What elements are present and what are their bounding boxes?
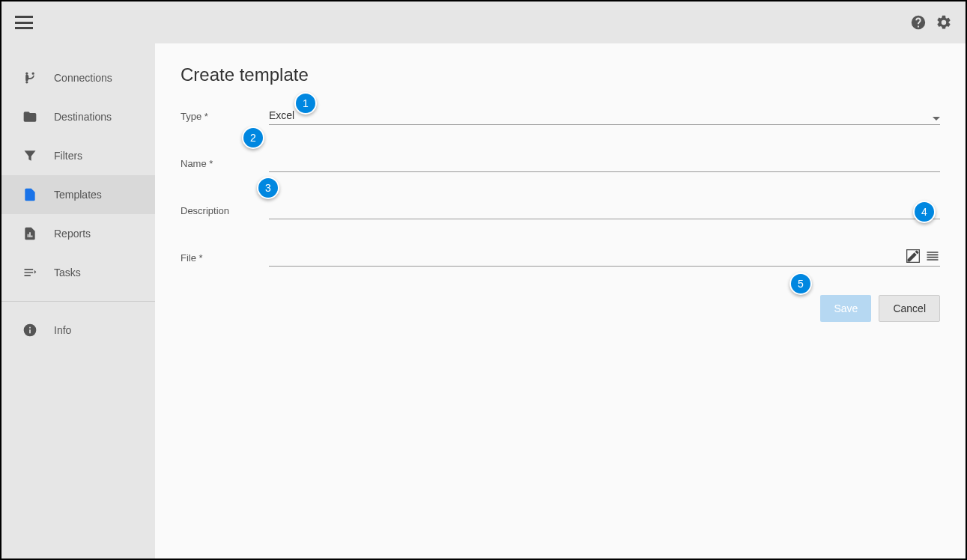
sidebar-item-info[interactable]: Info bbox=[1, 311, 155, 350]
tasks-icon bbox=[22, 265, 37, 280]
help-icon[interactable] bbox=[910, 14, 927, 31]
callout-3: 3 bbox=[257, 177, 279, 199]
sidebar-item-label: Info bbox=[54, 324, 71, 336]
edit-icon[interactable] bbox=[906, 249, 921, 264]
folder-icon bbox=[22, 109, 37, 124]
menu-icon[interactable] bbox=[15, 16, 33, 29]
name-input[interactable] bbox=[269, 153, 940, 172]
label-file: File * bbox=[181, 252, 269, 267]
sidebar-item-connections[interactable]: Connections bbox=[1, 58, 155, 97]
file-icon bbox=[22, 187, 37, 202]
form-row-type: Type * bbox=[181, 106, 940, 125]
sidebar-item-reports[interactable]: Reports bbox=[1, 214, 155, 253]
sidebar-item-label: Tasks bbox=[54, 267, 81, 279]
label-name: Name * bbox=[181, 158, 269, 172]
sidebar-item-templates[interactable]: Templates bbox=[1, 175, 155, 214]
button-row: Save Cancel bbox=[181, 295, 940, 322]
description-input[interactable] bbox=[269, 201, 940, 219]
info-icon bbox=[22, 323, 37, 338]
save-button[interactable]: Save bbox=[820, 295, 871, 322]
sidebar-item-tasks[interactable]: Tasks bbox=[1, 253, 155, 292]
chart-icon bbox=[22, 226, 37, 241]
form-row-description: Description bbox=[181, 201, 940, 219]
label-type: Type * bbox=[181, 111, 269, 125]
sidebar-item-destinations[interactable]: Destinations bbox=[1, 97, 155, 136]
sidebar-item-label: Reports bbox=[54, 228, 91, 240]
sidebar-item-label: Filters bbox=[54, 150, 82, 162]
sidebar-item-label: Templates bbox=[54, 189, 102, 201]
sidebar-item-filters[interactable]: Filters bbox=[1, 136, 155, 175]
list-icon[interactable] bbox=[925, 249, 940, 264]
filter-icon bbox=[22, 148, 37, 163]
divider bbox=[1, 301, 155, 302]
callout-5: 5 bbox=[789, 273, 812, 295]
topbar bbox=[1, 1, 966, 43]
type-select[interactable] bbox=[269, 106, 940, 125]
gear-icon[interactable] bbox=[936, 14, 952, 31]
sidebar-item-label: Connections bbox=[54, 72, 112, 84]
form-row-file: File * bbox=[181, 248, 940, 267]
callout-2: 2 bbox=[242, 127, 264, 149]
chevron-down-icon bbox=[933, 117, 940, 121]
cancel-button[interactable]: Cancel bbox=[879, 295, 940, 322]
sidebar-item-label: Destinations bbox=[54, 111, 112, 123]
sidebar: Connections Destinations Filters Templat… bbox=[1, 43, 155, 559]
branch-icon bbox=[22, 70, 37, 85]
file-input[interactable] bbox=[269, 248, 940, 267]
page-title: Create template bbox=[181, 64, 940, 85]
label-description: Description bbox=[181, 205, 269, 219]
callout-4: 4 bbox=[913, 201, 936, 223]
form-row-name: Name * bbox=[181, 153, 940, 172]
main-content: Create template Type * Name * Descriptio… bbox=[155, 43, 966, 559]
callout-1: 1 bbox=[294, 92, 317, 115]
